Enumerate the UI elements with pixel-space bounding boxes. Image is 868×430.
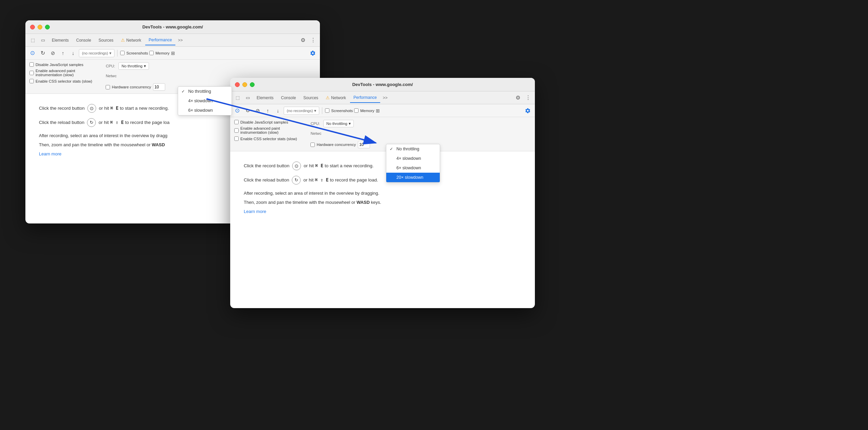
tab-performance-1[interactable]: Performance (145, 35, 175, 45)
tab-bar-right-2: ⚙ ⋮ (513, 93, 532, 103)
disable-js-checkbox-2[interactable]: Disable JavaScript samples (234, 120, 297, 124)
cpu-chevron-1: ▾ (144, 64, 146, 68)
screenshots-checkbox-2[interactable]: Screenshots (325, 108, 353, 113)
stop-btn-2[interactable]: ⊘ (253, 106, 262, 115)
tab-more-2[interactable]: >> (381, 95, 390, 100)
tab-performance-2[interactable]: Performance (350, 93, 380, 103)
memory-checkbox-1[interactable]: Memory (149, 51, 170, 55)
more-icon-1[interactable]: ⋮ (309, 36, 317, 45)
settings-panel-2: Disable JavaScript samples Enable advanc… (230, 117, 535, 151)
download-btn-2[interactable]: ↓ (274, 106, 282, 115)
upload-btn-2[interactable]: ↑ (263, 106, 272, 115)
memory-icon-1: ⊞ (171, 50, 175, 56)
dropdown-item-6x-2[interactable]: 6× slowdown (386, 163, 440, 173)
maximize-button-2[interactable] (250, 82, 255, 87)
minimize-button-1[interactable] (38, 25, 42, 29)
cpu-label-2: CPU: (310, 122, 320, 126)
record-btn-inline-1: ⊙ (87, 104, 96, 113)
tab-network-1[interactable]: ⚠Network (117, 35, 145, 45)
disable-js-checkbox-1[interactable]: Disable JavaScript samples (29, 62, 92, 67)
dropdown-item-no-throttling-2[interactable]: No throttling (386, 144, 440, 154)
inspector-icon[interactable]: ⬚ (28, 36, 38, 45)
cpu-dropdown-2: No throttling 4× slowdown 6× slowdown 20… (386, 144, 440, 182)
record-text-2: Click the record button (244, 162, 289, 170)
desc-1-2: After recording, select an area of inter… (244, 190, 521, 197)
cpu-row-2: CPU: No throttling ▾ (310, 120, 370, 127)
tab-sources-2[interactable]: Sources (300, 93, 322, 103)
advanced-paint-checkbox-1[interactable]: Enable advanced paintinstrumentation (sl… (29, 69, 92, 77)
inspector-icon-2[interactable]: ⬚ (233, 93, 242, 103)
more-icon-2[interactable]: ⋮ (524, 93, 532, 103)
hardware-concurrency-input-2[interactable] (358, 141, 370, 148)
css-selector-checkbox-2[interactable]: Enable CSS selector stats (slow) (234, 136, 297, 141)
device-icon[interactable]: ▭ (38, 36, 48, 45)
settings-icon-1[interactable]: ⚙ (298, 36, 308, 45)
recordings-select-2[interactable]: (no recordings) ▾ (284, 107, 319, 115)
record-btn-2[interactable]: ⊙ (233, 106, 242, 115)
dropdown-item-4x-2[interactable]: 4× slowdown (386, 154, 440, 163)
traffic-lights-2 (235, 82, 255, 87)
network-warning-icon: ⚠ (121, 38, 125, 43)
dropdown-item-4x-1[interactable]: 4× slowdown (178, 96, 232, 106)
tab-network-2[interactable]: ⚠Network (322, 93, 349, 103)
reload-btn-2[interactable]: ↻ (243, 106, 252, 115)
hardware-checkbox-1[interactable]: Hardware concurrency (106, 85, 151, 89)
tab-console-2[interactable]: Console (278, 93, 299, 103)
window-title-1: DevTools - www.google.com/ (142, 24, 203, 29)
download-btn-1[interactable]: ↓ (69, 49, 78, 58)
recordings-placeholder-2: (no recordings) (287, 109, 313, 113)
settings-gear-2[interactable] (523, 106, 532, 115)
title-bar-1: DevTools - www.google.com/ (25, 20, 320, 34)
memory-icon-2: ⊞ (376, 108, 380, 113)
stop-btn-1[interactable]: ⊘ (48, 49, 57, 58)
tab-elements-1[interactable]: Elements (48, 35, 72, 45)
settings-gear-1[interactable] (308, 49, 317, 58)
screenshots-checkbox-1[interactable]: Screenshots (120, 51, 148, 55)
dropdown-item-no-throttling-1[interactable]: No throttling (178, 87, 232, 96)
device-icon-2[interactable]: ▭ (243, 93, 253, 103)
tab-console-1[interactable]: Console (73, 35, 94, 45)
record-btn-1[interactable]: ⊙ (28, 49, 37, 58)
learn-more-link-1[interactable]: Learn more (39, 151, 61, 156)
recordings-chevron-2: ▾ (314, 108, 316, 113)
learn-more-link-2[interactable]: Learn more (244, 209, 266, 214)
memory-checkbox-2[interactable]: Memory (354, 108, 374, 113)
tab-sources-1[interactable]: Sources (95, 35, 117, 45)
desc-2-2: Then, zoom and pan the timeline with the… (244, 199, 521, 206)
dropdown-item-20x-2[interactable]: 20× slowdown (386, 173, 440, 182)
cpu-selected-value-2: No throttling (326, 122, 347, 126)
tab-bar-1: ⬚ ▭ Elements Console Sources ⚠Network Pe… (25, 34, 320, 47)
network-label-2: Netwc (310, 131, 321, 135)
record-btn-inline-2: ⊙ (292, 162, 301, 170)
toolbar-divider-1 (117, 50, 117, 57)
dropdown-item-6x-1[interactable]: 6× slowdown (178, 106, 232, 115)
hardware-row-1: Hardware concurrency (106, 83, 165, 91)
maximize-button-1[interactable] (45, 25, 50, 29)
tab-elements-2[interactable]: Elements (253, 93, 277, 103)
reload-btn-inline-1: ↻ (87, 118, 96, 127)
reload-instruction-2: Click the reload button ↻ or hit ⌘ ⇧ E t… (244, 176, 521, 185)
hardware-checkbox-2[interactable]: Hardware concurrency (310, 143, 356, 147)
reload-btn-inline-2: ↻ (292, 176, 301, 185)
reload-btn-1[interactable]: ↻ (38, 49, 47, 58)
window-title-2: DevTools - www.google.com/ (352, 82, 413, 87)
recordings-select-1[interactable]: (no recordings) ▾ (79, 49, 114, 57)
upload-btn-1[interactable]: ↑ (59, 49, 67, 58)
close-button-1[interactable] (30, 25, 35, 29)
css-selector-checkbox-1[interactable]: Enable CSS selector stats (slow) (29, 79, 92, 83)
hardware-concurrency-input-1[interactable] (153, 83, 165, 91)
close-button-2[interactable] (235, 82, 240, 87)
tab-more-1[interactable]: >> (176, 38, 185, 43)
cpu-select-1[interactable]: No throttling ▾ (118, 62, 149, 70)
hardware-row-2: Hardware concurrency (310, 141, 370, 148)
advanced-paint-checkbox-2[interactable]: Enable advanced paintinstrumentation (sl… (234, 126, 297, 134)
minimize-button-2[interactable] (242, 82, 247, 87)
cpu-select-2[interactable]: No throttling ▾ (323, 120, 354, 127)
traffic-lights-1 (30, 25, 50, 29)
tab-bar-2: ⬚ ▭ Elements Console Sources ⚠Network Pe… (230, 91, 535, 104)
toolbar-1: ⊙ ↻ ⊘ ↑ ↓ (no recordings) ▾ Screenshots … (25, 47, 320, 60)
cpu-row-1: CPU: No throttling ▾ (106, 62, 165, 70)
devtools-window-2: DevTools - www.google.com/ ⬚ ▭ Elements … (230, 78, 535, 308)
record-instruction-2: Click the record button ⊙ or hit ⌘ E to … (244, 162, 521, 170)
settings-icon-2[interactable]: ⚙ (513, 93, 523, 103)
